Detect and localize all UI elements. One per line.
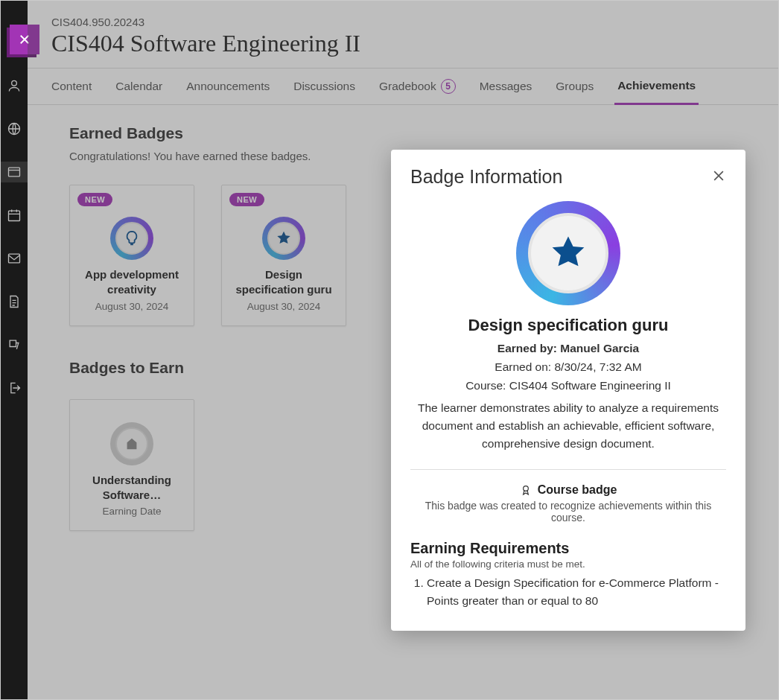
close-icon bbox=[711, 168, 726, 183]
badge-category-sub: This badge was created to recognize achi… bbox=[410, 500, 726, 524]
badge-category-label: Course badge bbox=[538, 483, 617, 497]
left-nav-rail bbox=[1, 1, 28, 699]
nav-calendar-icon[interactable] bbox=[1, 205, 28, 226]
nav-courses-icon[interactable] bbox=[1, 162, 28, 182]
nav-grades-icon[interactable] bbox=[1, 291, 28, 312]
svg-rect-4 bbox=[9, 254, 20, 263]
nav-institution-icon[interactable] bbox=[1, 118, 28, 139]
nav-signout-icon[interactable] bbox=[1, 378, 28, 398]
svg-rect-3 bbox=[9, 211, 20, 220]
modal-badge-name: Design specification guru bbox=[410, 316, 726, 335]
requirements-subtext: All of the following criteria must be me… bbox=[410, 559, 726, 570]
requirement-item: Create a Design Specification for e-Comm… bbox=[427, 574, 726, 610]
modal-description: The learner demonstrates ability to anal… bbox=[410, 399, 726, 453]
modal-course: Course: CIS404 Software Engineering II bbox=[410, 377, 726, 395]
ribbon-icon bbox=[520, 484, 532, 496]
modal-earned-by: Earned by: Manuel Garcia bbox=[410, 340, 726, 358]
nav-tools-icon[interactable] bbox=[1, 334, 28, 355]
nav-profile-icon[interactable] bbox=[1, 75, 28, 96]
nav-messages-icon[interactable] bbox=[1, 248, 28, 269]
star-icon bbox=[548, 233, 588, 273]
svg-rect-2 bbox=[9, 168, 20, 176]
svg-point-5 bbox=[523, 486, 528, 491]
modal-earned-on: Earned on: 8/30/24, 7:32 AM bbox=[410, 358, 726, 377]
requirements-list: Create a Design Specification for e-Comm… bbox=[410, 574, 726, 610]
divider bbox=[410, 469, 726, 470]
modal-close-button[interactable] bbox=[711, 168, 726, 186]
badge-category: Course badge bbox=[410, 483, 726, 497]
main-panel: CIS404.950.20243 CIS404 Software Enginee… bbox=[28, 1, 778, 699]
badge-info-modal: Badge Information Design specification g… bbox=[391, 150, 745, 631]
svg-point-0 bbox=[12, 80, 17, 86]
modal-badge-icon bbox=[516, 201, 620, 305]
modal-title: Badge Information bbox=[410, 166, 562, 188]
requirements-heading: Earning Requirements bbox=[410, 540, 726, 557]
